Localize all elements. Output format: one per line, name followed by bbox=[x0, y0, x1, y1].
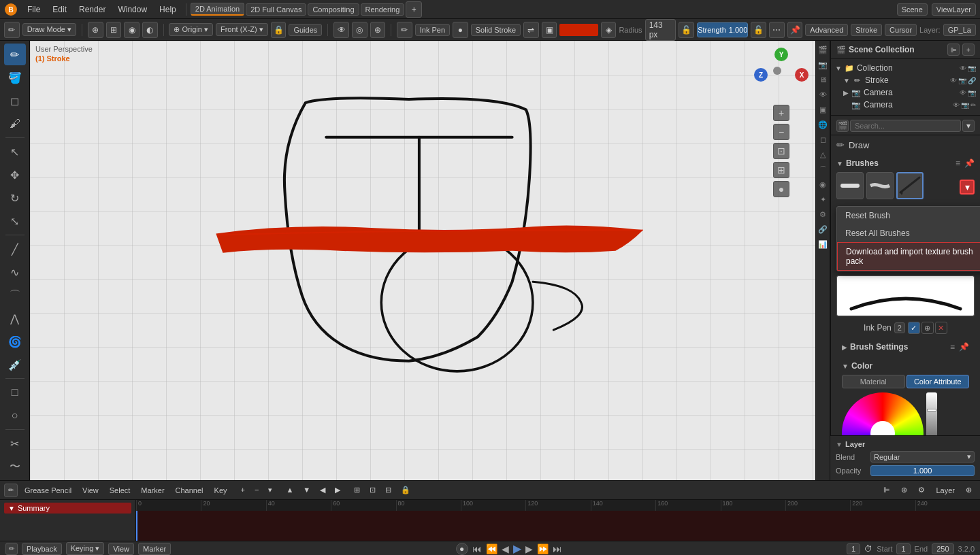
props-icon-data[interactable]: 📊 bbox=[817, 238, 829, 250]
tl-view-btn4[interactable]: 🔒 bbox=[397, 484, 414, 496]
props-icon-particles[interactable]: ✦ bbox=[817, 193, 829, 205]
timeline-track[interactable] bbox=[136, 511, 980, 541]
workspace-tab-rendering[interactable]: Rendering bbox=[361, 3, 405, 16]
menu-edit[interactable]: Edit bbox=[47, 3, 72, 16]
tree-item-collection[interactable]: ▼ 📁 Collection 👁 📷 bbox=[831, 62, 980, 74]
props-icon-output[interactable]: 🖥 bbox=[817, 73, 829, 86]
tool-eyedropper[interactable]: 💉 bbox=[4, 354, 26, 375]
axis-y-indicator[interactable]: Y bbox=[774, 48, 788, 61]
tl-onion-btn[interactable]: ⊕ bbox=[897, 484, 911, 496]
tl-settings-btn[interactable]: ⚙ bbox=[914, 484, 929, 496]
dropdown-download[interactable]: Download and import texture brush pack bbox=[837, 242, 980, 271]
props-icon-render[interactable]: 📷 bbox=[817, 58, 829, 71]
dropdown-reset-all[interactable]: Reset All Brushes bbox=[837, 224, 980, 242]
menu-window[interactable]: Window bbox=[112, 3, 152, 16]
stroke-render-btn[interactable]: 📷 bbox=[958, 77, 966, 84]
tree-item-camera-group[interactable]: ▶ 📷 Camera 👁 📷 bbox=[839, 86, 980, 99]
tl-menu-select[interactable]: Select bbox=[105, 485, 135, 496]
mode-icon[interactable]: ✏ bbox=[4, 22, 20, 38]
tool-scale[interactable]: ⤡ bbox=[4, 210, 26, 232]
next-keyframe-btn[interactable]: ▶ bbox=[525, 543, 533, 554]
filter-btn[interactable]: ⊫ bbox=[947, 44, 960, 56]
tl-filter-btn[interactable]: ⊫ bbox=[879, 484, 894, 496]
blend-select[interactable]: Regular ▾ bbox=[870, 451, 975, 462]
tool-arc[interactable]: ⌒ bbox=[4, 284, 26, 306]
tree-item-stroke[interactable]: ▼ ✏ Stroke 👁 📷 🔗 bbox=[839, 74, 980, 86]
keying-menu-btn[interactable]: Keying ▾ bbox=[66, 542, 105, 555]
stroke-type-selector[interactable]: Solid Stroke bbox=[471, 24, 521, 36]
menu-render[interactable]: Render bbox=[74, 3, 111, 16]
marker-menu-btn[interactable]: Marker bbox=[138, 543, 171, 555]
tl-menu-channel[interactable]: Channel bbox=[172, 485, 208, 496]
end-frame-value[interactable]: 250 bbox=[932, 543, 953, 554]
tl-add-btn[interactable]: + bbox=[237, 484, 249, 496]
brush-use-btn[interactable]: ✓ bbox=[908, 322, 920, 334]
add-workspace-btn[interactable]: + bbox=[406, 1, 422, 18]
tool-spiral[interactable]: 🌀 bbox=[4, 331, 26, 352]
zoom-out-btn[interactable]: − bbox=[773, 124, 789, 140]
axis-x-indicator[interactable]: X bbox=[795, 68, 808, 82]
tool-fill[interactable]: 🪣 bbox=[4, 67, 26, 88]
start-frame-value[interactable]: 1 bbox=[896, 543, 910, 554]
render-options-btn[interactable]: ◎ bbox=[352, 22, 368, 38]
zoom-in-btn[interactable]: + bbox=[773, 105, 789, 121]
brush-settings-pin-btn[interactable]: 📌 bbox=[959, 342, 969, 352]
brush-tool-icon[interactable]: ● bbox=[453, 22, 468, 38]
tool-curve[interactable]: ∿ bbox=[4, 261, 26, 283]
camera-obj-edit-btn[interactable]: ✏ bbox=[970, 101, 976, 109]
mask-btn[interactable]: ▣ bbox=[542, 22, 557, 38]
advanced-btn[interactable]: Advanced bbox=[805, 24, 848, 36]
camera-obj-vis-btn[interactable]: 👁 bbox=[953, 101, 960, 109]
opacity-value[interactable]: 1.000 bbox=[870, 465, 975, 476]
brush-name-selector[interactable]: Ink Pen bbox=[415, 24, 450, 36]
scene-selector[interactable]: Scene bbox=[897, 3, 928, 16]
brush-settings-expand[interactable]: ▶ bbox=[842, 343, 847, 351]
origin-selector[interactable]: ⊕ Origin ▾ bbox=[169, 23, 212, 36]
tool-tint[interactable]: 🖌 bbox=[4, 113, 26, 135]
props-icon-view[interactable]: 👁 bbox=[817, 88, 829, 101]
jump-start-btn[interactable]: ⏮ bbox=[472, 543, 482, 554]
tl-layer-btn[interactable]: Layer bbox=[932, 485, 959, 496]
guides-btn[interactable]: Guides bbox=[289, 24, 322, 36]
tl-kf-up[interactable]: ▲ bbox=[282, 484, 297, 496]
color-tab-attribute[interactable]: Color Attribute bbox=[906, 375, 970, 388]
overlay-btn[interactable]: ◉ bbox=[124, 22, 140, 38]
overlay-options-btn[interactable]: ⊕ bbox=[370, 22, 386, 38]
color-swatch[interactable] bbox=[559, 24, 598, 36]
tool-zigzag[interactable]: ⋀ bbox=[4, 307, 26, 329]
strength-bar[interactable]: Strength 1.000 bbox=[697, 22, 748, 37]
symmetry-btn[interactable]: ⇌ bbox=[523, 22, 539, 38]
layer-selector[interactable]: GP_La bbox=[943, 24, 976, 36]
search-input[interactable] bbox=[850, 120, 961, 132]
color-picker-btn[interactable]: ◈ bbox=[601, 22, 617, 38]
lock-btn[interactable]: 🔒 bbox=[271, 22, 287, 38]
more-options-btn[interactable]: ⋯ bbox=[769, 22, 785, 38]
playback-mode-icon[interactable]: ✏ bbox=[5, 543, 18, 555]
draw-mode-selector[interactable]: Draw Mode ▾ bbox=[22, 23, 76, 36]
color-slider-handle[interactable] bbox=[927, 409, 936, 411]
color-expand-arrow[interactable]: ▼ bbox=[842, 363, 849, 370]
props-icon-curve[interactable]: ⌒ bbox=[817, 163, 829, 175]
brushes-list-btn[interactable]: ≡ bbox=[956, 158, 960, 168]
local-view-btn[interactable]: ● bbox=[773, 181, 789, 197]
tool-smooth[interactable]: 〜 bbox=[4, 456, 26, 477]
view-layer-selector[interactable]: ViewLayer bbox=[932, 3, 976, 16]
view-menu-btn[interactable]: View bbox=[108, 543, 134, 555]
timeline-ruler[interactable]: 0 20 40 60 80 100 120 140 160 180 200 22… bbox=[136, 500, 980, 541]
menu-help[interactable]: Help bbox=[154, 3, 182, 16]
tl-menu-key[interactable]: Key bbox=[210, 485, 231, 496]
collection-render-btn[interactable]: 📷 bbox=[968, 65, 976, 72]
tl-view-btn1[interactable]: ⊞ bbox=[350, 484, 364, 496]
stroke-link-btn[interactable]: 🔗 bbox=[968, 77, 976, 84]
front-view-selector[interactable]: Front (X-Z) ▾ bbox=[216, 23, 268, 36]
view-options-btn[interactable]: 👁 bbox=[333, 22, 349, 38]
tl-dropdown-btn[interactable]: ▾ bbox=[264, 484, 276, 496]
brush-delete-btn[interactable]: ✕ bbox=[935, 322, 947, 334]
strength-lock-btn[interactable]: 🔓 bbox=[751, 22, 766, 38]
pin-btn[interactable]: 📌 bbox=[787, 22, 803, 38]
scene-add-btn[interactable]: + bbox=[962, 44, 975, 56]
brush-preview-thumb[interactable] bbox=[836, 275, 975, 316]
zoom-fit-btn[interactable]: ⊡ bbox=[773, 143, 789, 159]
layer-expand-arrow[interactable]: ▼ bbox=[836, 441, 843, 448]
props-icon-material[interactable]: ◉ bbox=[817, 178, 829, 190]
